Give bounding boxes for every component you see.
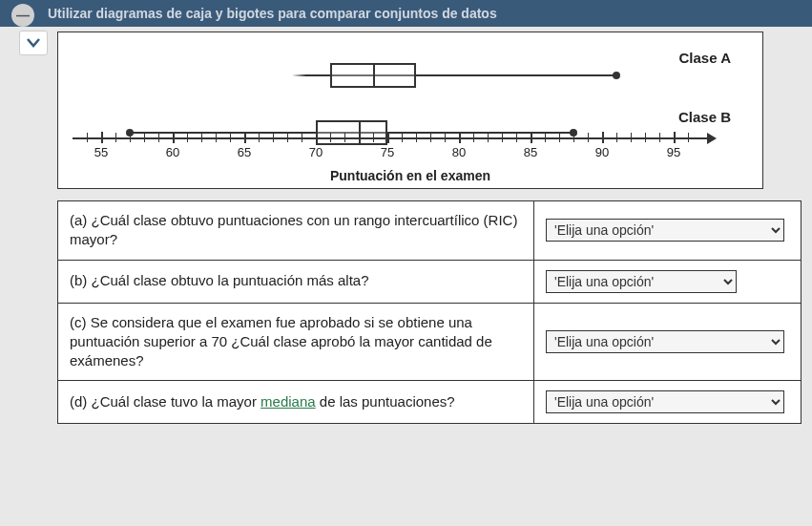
tick bbox=[631, 133, 632, 142]
tick bbox=[688, 133, 689, 142]
tick bbox=[502, 133, 503, 142]
x-axis-label: Puntuación en el examen bbox=[73, 168, 748, 183]
question-c-text: (c) Se considera que el examen fue aprob… bbox=[58, 303, 534, 381]
tick bbox=[173, 132, 175, 143]
tick bbox=[430, 133, 431, 142]
tick bbox=[201, 133, 202, 142]
tick bbox=[588, 133, 589, 142]
tick-label: 70 bbox=[309, 145, 323, 159]
tick bbox=[273, 133, 274, 142]
tick-label: 60 bbox=[166, 145, 179, 159]
tick bbox=[158, 133, 159, 142]
tick bbox=[573, 133, 574, 142]
question-d-text: (d) ¿Cuál clase tuvo la mayor mediana de… bbox=[58, 381, 534, 424]
question-row-c: (c) Se considera que el examen fue aprob… bbox=[58, 303, 802, 381]
boxplot-clase-a bbox=[73, 63, 702, 88]
question-c-select[interactable]: 'Elija una opción' bbox=[546, 330, 784, 353]
question-a-text: (a) ¿Cuál clase obtuvo puntuaciones con … bbox=[58, 201, 534, 261]
tick-label: 90 bbox=[595, 145, 609, 159]
tick bbox=[387, 132, 389, 143]
x-axis: 556065707580859095 bbox=[73, 137, 721, 166]
question-row-b: (b) ¿Cuál clase obtuvo la puntuación más… bbox=[58, 260, 802, 303]
tick bbox=[531, 132, 532, 143]
menu-icon[interactable]: — bbox=[11, 4, 34, 27]
tick bbox=[659, 133, 660, 142]
chevron-down-icon bbox=[27, 38, 40, 48]
questions-table: (a) ¿Cuál clase obtuvo puntuaciones con … bbox=[57, 200, 802, 424]
tick bbox=[244, 132, 246, 143]
tick bbox=[416, 133, 417, 142]
page-title: Utilizar diagramas de caja y bigotes par… bbox=[48, 6, 497, 21]
tick bbox=[259, 133, 260, 142]
tick bbox=[373, 133, 374, 142]
question-row-a: (a) ¿Cuál clase obtuvo puntuaciones con … bbox=[58, 201, 802, 261]
tick bbox=[445, 133, 446, 142]
tick bbox=[216, 133, 217, 142]
question-row-d: (d) ¿Cuál clase tuvo la mayor mediana de… bbox=[58, 381, 802, 424]
question-b-select[interactable]: 'Elija una opción' bbox=[546, 270, 737, 293]
glare-artifact bbox=[239, 42, 306, 109]
tick bbox=[402, 133, 403, 142]
main-content: Clase A Clase B 556065707580859095 Puntu… bbox=[0, 27, 812, 433]
tick bbox=[488, 133, 489, 142]
tick bbox=[101, 132, 103, 143]
axis-arrow-icon bbox=[707, 133, 717, 144]
question-d-select[interactable]: 'Elija una opción' bbox=[546, 390, 784, 413]
tick bbox=[616, 133, 617, 142]
tick bbox=[473, 133, 474, 142]
tick bbox=[559, 133, 560, 142]
tick bbox=[330, 133, 331, 142]
mediana-link[interactable]: mediana bbox=[260, 393, 316, 410]
tick bbox=[645, 133, 646, 142]
tick bbox=[602, 132, 604, 143]
tick-label: 75 bbox=[381, 145, 394, 159]
tick bbox=[187, 133, 188, 142]
tick bbox=[674, 132, 676, 143]
tick bbox=[545, 133, 546, 142]
page-header: — Utilizar diagramas de caja y bigotes p… bbox=[0, 0, 812, 27]
tick bbox=[144, 133, 145, 142]
tick bbox=[115, 133, 116, 142]
tick-label: 95 bbox=[667, 145, 680, 159]
tick bbox=[344, 133, 345, 142]
tick bbox=[130, 133, 131, 142]
tick-label: 55 bbox=[94, 145, 108, 159]
tick bbox=[516, 133, 517, 142]
tick bbox=[359, 133, 360, 142]
question-b-text: (b) ¿Cuál clase obtuvo la puntuación más… bbox=[58, 260, 534, 303]
tick bbox=[87, 133, 88, 142]
tick bbox=[316, 132, 318, 143]
boxplot-chart: Clase A Clase B 556065707580859095 Puntu… bbox=[57, 32, 763, 189]
tick bbox=[459, 132, 461, 143]
question-a-select[interactable]: 'Elija una opción' bbox=[546, 219, 784, 242]
collapse-button[interactable] bbox=[19, 31, 48, 55]
tick bbox=[230, 133, 231, 142]
tick bbox=[287, 133, 288, 142]
tick-label: 65 bbox=[238, 145, 251, 159]
chart-area: Clase A Clase B 556065707580859095 bbox=[73, 42, 740, 166]
tick bbox=[302, 133, 302, 142]
tick-label: 80 bbox=[452, 145, 466, 159]
tick-label: 85 bbox=[524, 145, 537, 159]
